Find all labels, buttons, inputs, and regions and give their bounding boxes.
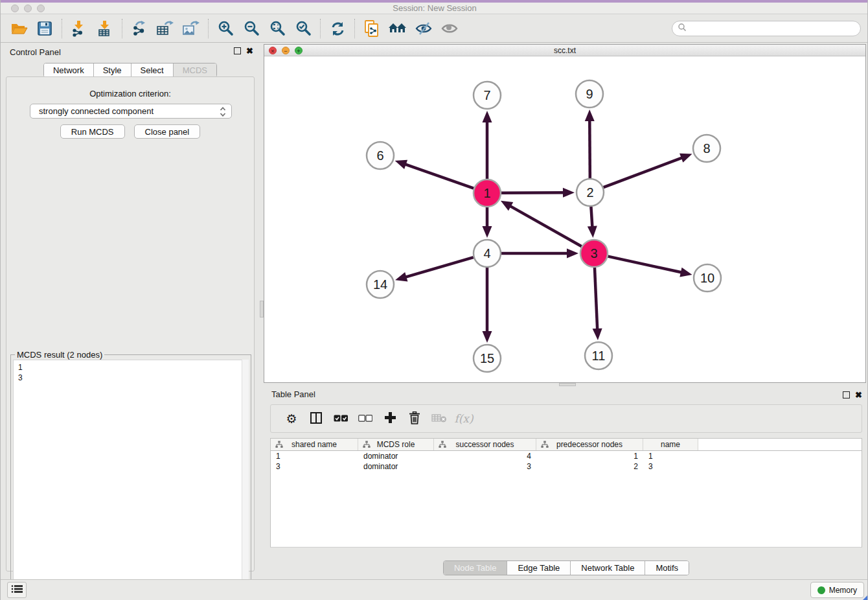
table-cell[interactable]: 2 (536, 461, 643, 472)
network-graph[interactable]: 1234678910111415 (264, 56, 865, 382)
graph-edge-3-11[interactable] (595, 268, 597, 330)
table-cell[interactable]: 1 (643, 451, 698, 461)
zoom-fit-button[interactable] (264, 17, 290, 40)
edge-arrowhead (395, 272, 407, 281)
plus-icon (384, 411, 396, 426)
node-label: 4 (483, 246, 490, 260)
table-cell[interactable]: 1 (271, 451, 358, 461)
open-session-button[interactable] (6, 17, 32, 40)
column-header-successor-nodes[interactable]: successor nodes (434, 439, 536, 450)
table-cell[interactable]: 3 (643, 461, 698, 472)
fx-icon: f(x) (454, 412, 473, 425)
tab-mcds[interactable]: MCDS (173, 63, 216, 77)
select-all-columns-button[interactable] (328, 407, 353, 430)
search-input[interactable] (687, 22, 860, 35)
graph-edge-4-14[interactable] (404, 257, 473, 277)
duplicate-network-button[interactable] (359, 17, 385, 40)
tab-edge-table[interactable]: Edge Table (507, 561, 570, 575)
run-mcds-button[interactable]: Run MCDS (60, 124, 125, 139)
column-header-MCDS-role[interactable]: MCDS role (358, 439, 434, 450)
memory-button[interactable]: Memory (810, 582, 864, 598)
close-panel-button[interactable]: Close panel (134, 124, 201, 139)
node-table[interactable]: shared nameMCDS rolesuccessor nodesprede… (270, 438, 862, 548)
tab-select[interactable]: Select (131, 63, 173, 77)
export-image-icon (182, 20, 200, 37)
tab-motifs[interactable]: Motifs (645, 561, 689, 575)
zoom-out-button[interactable] (238, 17, 264, 40)
import-table-icon (97, 20, 113, 37)
close-panel-icon[interactable]: ✖ (855, 391, 862, 398)
import-network-button[interactable] (66, 17, 92, 40)
export-network-button[interactable] (126, 17, 152, 40)
control-panel-tabs: NetworkStyleSelectMCDS (1, 63, 260, 78)
table-row[interactable]: 1dominator411 (271, 451, 862, 461)
column-header-predecessor-nodes[interactable]: predecessor nodes (536, 439, 643, 450)
hide-details-button[interactable] (411, 17, 437, 40)
node-label: 2 (586, 185, 593, 200)
result-scrollbar[interactable] (242, 360, 249, 599)
refresh-button[interactable] (325, 17, 350, 40)
window-resize-grip[interactable] (863, 594, 868, 600)
toolbar-separator (208, 19, 209, 38)
network-window-title: scc.txt (264, 46, 865, 55)
trash-icon (409, 411, 420, 426)
column-chooser-button[interactable] (304, 407, 328, 430)
task-history-button[interactable] (7, 582, 27, 598)
show-graphics-details-button[interactable] (437, 17, 463, 40)
graph-edge-2-3[interactable] (591, 207, 592, 228)
export-table-button[interactable] (152, 17, 178, 40)
memory-label: Memory (829, 586, 857, 595)
table-panel-tabs: Node TableEdge TableNetwork TableMotifs (264, 560, 868, 575)
hierarchy-sort-icon (275, 441, 283, 450)
save-session-button[interactable] (32, 17, 58, 40)
close-panel-icon[interactable]: ✖ (246, 47, 253, 54)
table-settings-button[interactable]: ⚙ (279, 407, 304, 430)
zoom-in-button[interactable] (212, 17, 238, 40)
export-image-button[interactable] (178, 17, 204, 40)
network-window-titlebar[interactable]: × − + scc.txt (264, 45, 865, 56)
add-column-button[interactable] (378, 407, 402, 430)
tab-network-table[interactable]: Network Table (570, 561, 645, 575)
delete-column-button[interactable] (402, 407, 427, 430)
table-cell[interactable]: dominator (358, 461, 434, 472)
zoom-selected-icon (295, 20, 312, 37)
first-neighbors-button[interactable] (385, 17, 411, 40)
import-table-button[interactable] (92, 17, 118, 40)
graph-edge-1-2[interactable] (501, 192, 565, 193)
graph-edge-2-8[interactable] (604, 157, 683, 187)
graph-edge-3-1[interactable] (509, 205, 582, 246)
edge-arrowhead (588, 226, 597, 238)
column-header-label: successor nodes (455, 440, 514, 449)
column-header-label: shared name (291, 440, 337, 449)
table-cell[interactable]: 3 (434, 461, 536, 472)
control-panel-title: Control Panel (10, 47, 61, 57)
main-toolbar (1, 15, 868, 43)
column-header-name[interactable]: name (643, 439, 698, 450)
edge-arrowhead (680, 268, 692, 277)
node-label: 9 (586, 87, 593, 101)
table-cell[interactable]: 1 (536, 451, 643, 461)
table-row[interactable]: 3dominator323 (271, 461, 862, 472)
zoom-selected-button[interactable] (290, 17, 316, 40)
application-window: Session: New Session (0, 0, 868, 600)
table-cell[interactable]: dominator (358, 451, 434, 461)
table-panel-title: Table Panel (271, 389, 315, 399)
float-panel-icon[interactable] (234, 47, 241, 54)
mcds-result-text[interactable]: 1 3 (13, 360, 249, 599)
graph-edge-2-9[interactable] (589, 119, 590, 178)
toolbar-separator (62, 19, 62, 38)
column-header-shared-name[interactable]: shared name (271, 439, 358, 450)
search-field[interactable] (672, 21, 861, 36)
criterion-select[interactable]: strongly connected component (30, 104, 232, 119)
tab-network[interactable]: Network (44, 63, 93, 77)
graph-edge-1-6[interactable] (404, 164, 474, 189)
graph-edge-3-10[interactable] (608, 257, 682, 273)
deselect-all-columns-button[interactable] (353, 407, 378, 430)
tab-node-table[interactable]: Node Table (444, 561, 507, 575)
network-canvas[interactable]: 1234678910111415 (264, 56, 865, 382)
table-cell[interactable]: 4 (434, 451, 536, 461)
float-panel-icon[interactable] (843, 391, 850, 398)
tab-style[interactable]: Style (93, 63, 131, 77)
table-cell[interactable]: 3 (271, 461, 358, 472)
node-label: 15 (480, 351, 494, 365)
